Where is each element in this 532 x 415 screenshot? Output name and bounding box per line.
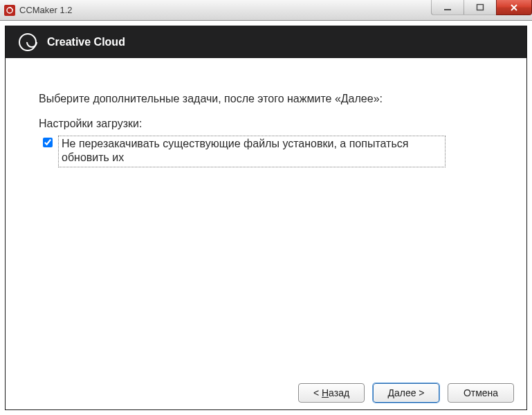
- next-button[interactable]: Далее >: [373, 383, 439, 403]
- maximize-icon: [476, 3, 484, 12]
- svg-rect-1: [444, 9, 451, 10]
- next-rest: алее >: [394, 387, 425, 398]
- back-button[interactable]: < Назад: [298, 383, 365, 403]
- section-title: Настройки загрузки:: [39, 118, 493, 130]
- banner: Creative Cloud: [6, 26, 526, 58]
- option1-checkbox[interactable]: [43, 138, 53, 147]
- cancel-button[interactable]: Отмена: [448, 383, 514, 403]
- minimize-button[interactable]: [431, 0, 464, 15]
- option1-label[interactable]: Не перезакачивать существующие файлы уст…: [58, 136, 446, 167]
- back-rest: азад: [329, 387, 349, 398]
- svg-rect-2: [477, 4, 484, 10]
- back-hotkey: Н: [322, 387, 329, 398]
- creative-cloud-icon: [18, 33, 37, 52]
- installer-panel: Creative Cloud Выберите дополнительные з…: [5, 26, 527, 410]
- option-row: Не перезакачивать существующие файлы уст…: [43, 136, 493, 167]
- banner-title: Creative Cloud: [47, 36, 125, 48]
- titlebar: CCMaker 1.2: [0, 0, 532, 21]
- content-area: Выберите дополнительные задачи, после эт…: [6, 58, 526, 376]
- next-hotkey: Д: [387, 387, 394, 398]
- close-button[interactable]: [496, 0, 532, 15]
- maximize-button[interactable]: [464, 0, 497, 15]
- app-icon: [4, 5, 15, 16]
- window-controls: [432, 0, 532, 15]
- footer: < Назад Далее > Отмена: [6, 376, 526, 409]
- back-prefix: <: [313, 387, 322, 398]
- close-icon: [509, 3, 519, 12]
- minimize-icon: [443, 3, 452, 12]
- instruction-text: Выберите дополнительные задачи, после эт…: [39, 93, 493, 105]
- window-title: CCMaker 1.2: [19, 5, 73, 15]
